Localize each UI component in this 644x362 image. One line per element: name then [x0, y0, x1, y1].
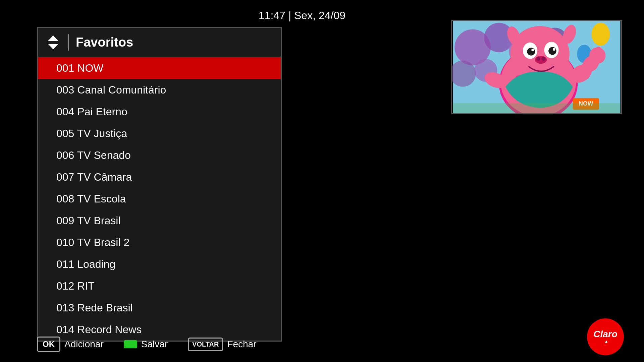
svg-point-28	[536, 57, 540, 61]
channel-item[interactable]: 011 Loading	[38, 253, 281, 275]
channel-item[interactable]: 004 Pai Eterno	[38, 101, 281, 123]
svg-point-29	[542, 57, 546, 61]
claro-sun-rays: ✦	[604, 340, 607, 345]
preview-window: NOW	[451, 20, 622, 114]
svg-point-23	[527, 48, 535, 55]
svg-point-25	[531, 49, 534, 51]
voltar-action-label: Fechar	[227, 339, 256, 350]
ok-button[interactable]: OK	[37, 337, 60, 352]
ok-button-group[interactable]: OK Adicionar	[37, 337, 104, 352]
channel-item[interactable]: 003 Canal Comunitário	[38, 79, 281, 101]
green-action-label: Salvar	[141, 339, 168, 350]
sort-icon	[45, 34, 61, 51]
green-button-group[interactable]: Salvar	[124, 339, 168, 350]
channel-item[interactable]: 010 TV Brasil 2	[38, 232, 281, 253]
svg-point-24	[548, 47, 556, 55]
channel-item[interactable]: 007 TV Câmara	[38, 166, 281, 188]
channel-list-panel: Favoritos 001 NOW003 Canal Comunitário00…	[37, 27, 282, 342]
bottom-bar: OK Adicionar Salvar VOLTAR Fechar	[0, 337, 644, 352]
header-divider	[68, 34, 69, 51]
channel-item[interactable]: 006 TV Senado	[38, 144, 281, 166]
ok-action-label: Adicionar	[64, 339, 104, 350]
svg-rect-33	[596, 47, 602, 57]
preview-content: NOW	[452, 21, 621, 113]
channel-item[interactable]: 008 TV Escola	[38, 188, 281, 210]
channel-item[interactable]: 009 TV Brasil	[38, 210, 281, 232]
claro-brand-text: Claro	[593, 329, 618, 340]
channel-item[interactable]: 005 TV Justiça	[38, 123, 281, 144]
datetime-display: 11:47 | Sex, 24/09	[259, 9, 345, 22]
svg-rect-37	[453, 103, 620, 113]
claro-logo: Claro ✦	[587, 318, 624, 355]
svg-point-9	[591, 23, 610, 46]
svg-marker-1	[48, 44, 58, 49]
panel-header: Favoritos	[38, 28, 281, 57]
voltar-button-group[interactable]: VOLTAR Fechar	[188, 338, 256, 351]
svg-marker-0	[48, 36, 58, 41]
panel-title: Favoritos	[76, 35, 133, 50]
channel-item[interactable]: 012 RIT	[38, 275, 281, 297]
green-button[interactable]	[124, 340, 137, 348]
channel-item[interactable]: 001 NOW	[38, 57, 281, 79]
svg-point-26	[553, 48, 555, 51]
channel-list: 001 NOW003 Canal Comunitário004 Pai Eter…	[38, 57, 281, 341]
channel-item[interactable]: 013 Rede Brasil	[38, 297, 281, 319]
voltar-button[interactable]: VOLTAR	[188, 338, 223, 351]
